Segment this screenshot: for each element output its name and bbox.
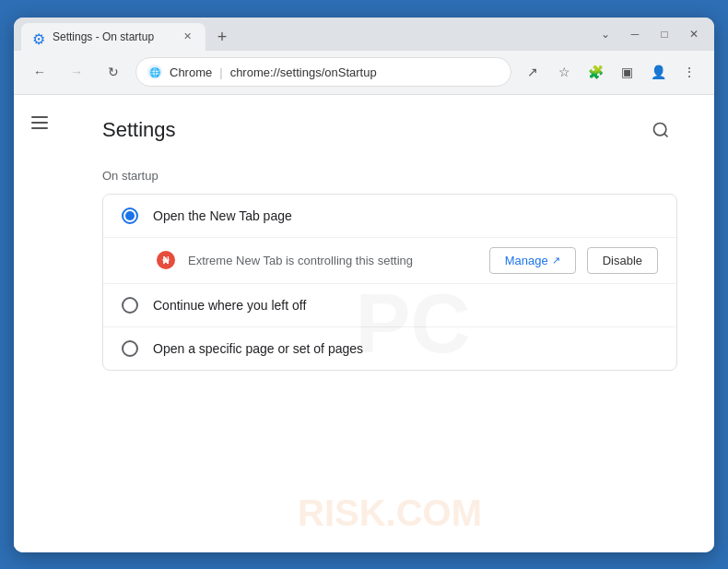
option-row-new-tab[interactable]: Open the New Tab page: [103, 195, 676, 238]
hamburger-icon: [31, 116, 48, 129]
browser-window: ⚙ Settings - On startup ✕ + ⌄ ─ □ ✕ ← → …: [14, 18, 714, 552]
address-divider: |: [219, 65, 222, 79]
profile-icon[interactable]: 👤: [644, 58, 672, 86]
restore-button[interactable]: □: [652, 25, 677, 43]
url-prefix: chrome://: [230, 65, 280, 79]
settings-main: PC RISK.COM Settings On startup Open the…: [65, 95, 714, 552]
close-button[interactable]: ✕: [681, 25, 707, 43]
radio-open-new-tab[interactable]: [122, 207, 138, 224]
address-chrome-label: Chrome: [170, 65, 212, 79]
forward-button[interactable]: →: [62, 57, 91, 87]
manage-label: Manage: [505, 254, 548, 267]
address-bar[interactable]: 🌐 Chrome | chrome://settings/onStartup: [135, 57, 511, 87]
title-bar: ⚙ Settings - On startup ✕ + ⌄ ─ □ ✕: [14, 18, 714, 51]
page-title: Settings: [102, 118, 176, 142]
extension-tab-icon: N: [155, 249, 177, 271]
site-favicon: 🌐: [147, 65, 162, 79]
disable-button[interactable]: Disable: [587, 247, 658, 274]
settings-header-left: Settings: [102, 118, 176, 142]
options-card: Open the New Tab page N Extreme New Tab …: [102, 194, 677, 371]
address-url: chrome://settings/onStartup: [230, 65, 377, 79]
settings-container: PC RISK.COM Settings On startup Open the…: [14, 95, 714, 552]
nav-bar: ← → ↻ 🌐 Chrome | chrome://settings/onSta…: [14, 51, 714, 95]
menu-icon[interactable]: ⋮: [675, 58, 703, 86]
window-controls: ⌄ ─ □ ✕: [593, 25, 707, 43]
option-row-continue[interactable]: Continue where you left off: [103, 284, 676, 327]
tab-title: Settings - On startup: [53, 30, 172, 43]
sub-label-extension: Extreme New Tab is controlling this sett…: [188, 254, 478, 267]
dropdown-button[interactable]: ⌄: [593, 25, 618, 43]
nav-icons: ↗ ☆ 🧩 ▣ 👤 ⋮: [519, 58, 703, 86]
tab-area: ⚙ Settings - On startup ✕ +: [21, 18, 593, 51]
option-sub-row-extension: N Extreme New Tab is controlling this se…: [103, 238, 676, 284]
url-highlight: settings: [280, 65, 322, 79]
svg-text:N: N: [162, 255, 169, 266]
extreme-new-tab-icon: N: [156, 250, 176, 270]
section-label: On startup: [102, 169, 677, 183]
bookmark-icon[interactable]: ☆: [550, 58, 578, 86]
option-label-new-tab: Open the New Tab page: [153, 208, 658, 223]
svg-point-0: [654, 123, 666, 135]
reload-button[interactable]: ↻: [99, 57, 128, 87]
sidebar-icon[interactable]: ▣: [613, 58, 640, 86]
tab-favicon: ⚙: [32, 30, 45, 43]
external-link-icon: ↗: [552, 255, 560, 267]
settings-header: Settings: [102, 113, 677, 147]
settings-sidebar: [14, 95, 65, 552]
svg-line-1: [664, 133, 668, 136]
option-label-specific: Open a specific page or set of pages: [153, 341, 658, 356]
radio-specific[interactable]: [122, 340, 138, 357]
tab-close-button[interactable]: ✕: [180, 30, 194, 44]
search-icon: [652, 121, 670, 139]
radio-continue[interactable]: [122, 297, 138, 314]
extension-icon[interactable]: 🧩: [581, 58, 609, 86]
watermark-bottom: RISK.COM: [298, 492, 482, 534]
active-tab[interactable]: ⚙ Settings - On startup ✕: [21, 23, 205, 51]
menu-toggle-button[interactable]: [23, 106, 56, 139]
back-button[interactable]: ←: [25, 57, 54, 87]
url-suffix: /onStartup: [322, 65, 377, 79]
minimize-button[interactable]: ─: [622, 25, 648, 43]
option-label-continue: Continue where you left off: [153, 298, 658, 313]
share-icon[interactable]: ↗: [519, 58, 546, 86]
option-row-specific[interactable]: Open a specific page or set of pages: [103, 327, 676, 370]
manage-button[interactable]: Manage ↗: [489, 247, 576, 274]
new-tab-button[interactable]: +: [209, 25, 235, 51]
search-button[interactable]: [644, 113, 677, 147]
